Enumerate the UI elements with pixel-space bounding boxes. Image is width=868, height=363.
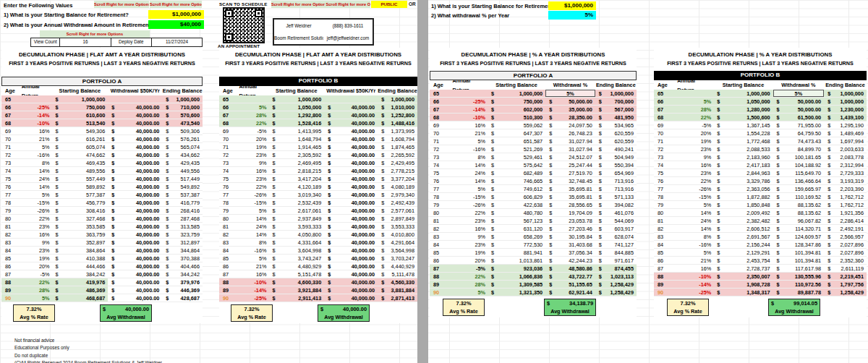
withdrawal-pct-cell[interactable]: 5%	[773, 90, 825, 97]
cell-age: 69	[219, 127, 239, 134]
cell-ending-balance: $313,585	[162, 223, 203, 230]
currency-sign: $	[491, 202, 494, 208]
currency-sign: $	[771, 299, 774, 307]
table-row: 8216%$363,759$40,000.00$323,759	[1, 231, 203, 239]
currency-sign: $	[55, 295, 58, 302]
cell-ending-balance: $2,027,896	[824, 249, 867, 256]
panel-divider	[417, 0, 428, 363]
cell-ending-balance: $3,377,204	[378, 175, 417, 182]
cell-starting-balance: $384,864	[51, 247, 108, 254]
cell-withdrawal: $124,609.57	[773, 233, 825, 240]
cell-age: 74	[1, 167, 22, 174]
currency-sign: $	[166, 255, 169, 262]
withdrawal-pct-cell[interactable]: 5%	[545, 90, 595, 97]
currency-sign: $	[166, 208, 169, 214]
currency-sign: $	[599, 265, 602, 272]
cell-starting-balance: $1,914,465	[268, 143, 324, 150]
cell-starting-balance: $2,469,495	[268, 159, 324, 166]
avg-rate-label: Avg % Rate	[231, 313, 272, 321]
cell-annual-return: 24%	[677, 217, 713, 224]
cell-starting-balance: $2,453,754	[713, 257, 773, 264]
cell-starting-balance: $1,321,350	[488, 289, 545, 296]
cell-age: 89	[430, 281, 452, 288]
cell-withdrawal: $27,519.70	[545, 169, 595, 176]
currency-sign: $	[55, 96, 58, 103]
cell-withdrawal: $159,665.97	[773, 185, 825, 192]
cell-withdrawal: $25,247.44	[545, 161, 595, 168]
cell-age: 66	[1, 103, 22, 111]
cell-ending-balance: $4,291,664	[378, 239, 417, 246]
annual-withdrawal-input[interactable]: $40,000	[148, 20, 204, 29]
table-row: 8620%$444,466$40,000.00$404,466	[1, 262, 203, 270]
cell-age: 88	[430, 273, 452, 280]
avg-rate-label: Avg % Rate	[668, 307, 708, 315]
currency-sign: $	[827, 265, 830, 272]
cell-ending-balance: $1,797,756	[824, 281, 867, 288]
currency-sign: $	[381, 96, 384, 103]
table-row: 7021%$647,307$26,748.23$620,559	[430, 129, 637, 137]
cell-withdrawal: $30,195.84	[545, 233, 595, 240]
cell-ending-balance: $3,881,884	[378, 286, 417, 294]
table-row: 715%$651,587$31,027.94$620,559	[430, 137, 637, 145]
cell-withdrawal: $31,027.94	[545, 137, 595, 145]
cell-age: 83	[654, 233, 677, 240]
cell-annual-return: 22%	[452, 273, 488, 280]
avg-withdrawal-label: Avg Withdrawal	[769, 307, 820, 315]
currency-sign: $	[328, 112, 331, 119]
currency-sign: $	[599, 242, 602, 248]
cell-annual-return: 14%	[22, 183, 52, 190]
cell-annual-return: 20%	[22, 262, 52, 270]
currency-sign: $	[491, 257, 494, 264]
table-row: 78-15%$606,829$35,695.81$571,133	[430, 193, 637, 201]
cell-withdrawal: $40,000.00	[108, 119, 162, 127]
cell-ending-balance: $5,111,478	[378, 270, 417, 278]
cell-annual-return: 19%	[677, 137, 713, 145]
currency-sign: $	[166, 295, 169, 302]
table-row: 68-10%$510,300$28,350.00$481,950	[430, 114, 637, 121]
cell-ending-balance: $379,976	[162, 278, 203, 286]
right-withdrawal-pct-input[interactable]: 5%	[548, 11, 596, 20]
cell-annual-return: 14%	[452, 161, 488, 168]
col-header-ending-balance: Ending Balance	[162, 86, 203, 95]
cell-ending-balance: $1,439,100	[824, 114, 867, 121]
cell-ending-balance: $4,080,189	[378, 183, 417, 190]
cell-annual-return: 21%	[677, 257, 713, 264]
cell-annual-return: 8%	[452, 153, 488, 161]
cell-age: 81	[430, 217, 452, 224]
cell-starting-balance: $658,269	[488, 233, 545, 240]
table-row: 69-5%$1,367,145$71,955.00$1,295,190	[654, 121, 867, 129]
currency-sign: $	[549, 218, 552, 224]
table-row: 84-16%$3,604,998$40,000.00$3,564,998	[219, 247, 417, 255]
cell-annual-return: 23%	[452, 217, 488, 224]
starting-balance-input[interactable]: $1,000,000	[148, 10, 204, 19]
cell-starting-balance: $1,292,800	[268, 111, 324, 119]
currency-sign: $	[777, 194, 780, 200]
currency-sign: $	[827, 186, 830, 192]
currency-sign: $	[777, 289, 780, 296]
cell-withdrawal: $40,000.00	[108, 270, 162, 278]
table-row: 6822%$1,500,600$61,500.00$1,439,100	[654, 114, 867, 121]
cell-withdrawal: $89,887.78	[773, 289, 825, 296]
cell-annual-return	[22, 95, 52, 103]
cell-annual-return: 8%	[239, 239, 268, 246]
qr-finder-icon	[255, 9, 263, 17]
currency-sign: $	[381, 223, 384, 230]
cell-annual-return: 23%	[677, 145, 713, 153]
right-starting-balance-input[interactable]: $1,000,000	[548, 1, 596, 10]
currency-sign: $	[166, 271, 169, 278]
currency-sign: $	[827, 106, 830, 113]
table-row: 7119%$1,772,468$74,473.43$1,697,994	[654, 137, 867, 145]
cell-age: 89	[654, 281, 677, 288]
cell-age: 67	[1, 111, 22, 119]
cell-starting-balance: $2,911,413	[268, 294, 324, 302]
view-count-value: 16	[60, 38, 111, 46]
cell-age: 80	[430, 209, 452, 216]
cell-age: 65	[430, 90, 452, 97]
cell-withdrawal: $40,000.00	[108, 231, 162, 238]
cell-age: 65	[654, 90, 677, 97]
cell-starting-balance: $1,050,000	[268, 103, 324, 111]
col-header-withdrawal: Withdrawal %	[773, 80, 825, 90]
currency-sign: $	[717, 170, 720, 176]
cell-starting-balance: $1,013,861	[488, 257, 545, 264]
currency-sign: $	[491, 289, 494, 296]
